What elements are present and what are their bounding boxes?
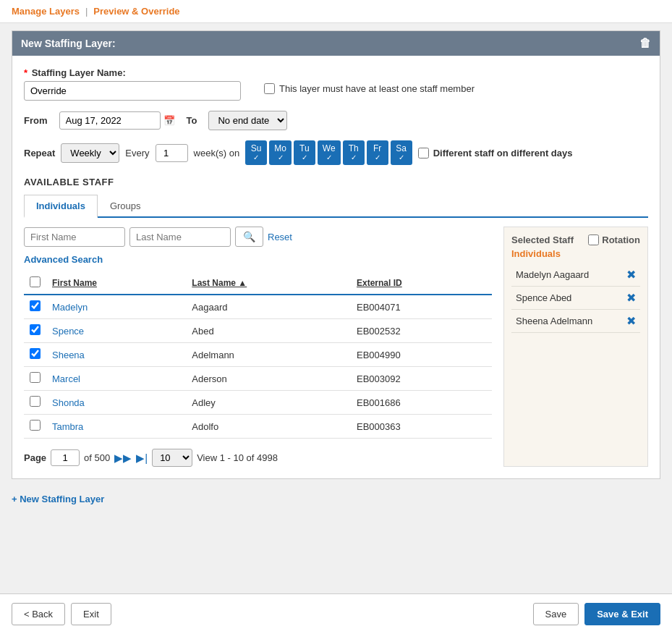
first-name-link[interactable]: Sheena xyxy=(52,350,85,360)
layer-name-row: * Staffing Layer Name: This layer must h… xyxy=(24,67,648,101)
row-checkbox[interactable] xyxy=(30,396,41,407)
first-name-link[interactable]: Tambra xyxy=(52,421,83,432)
row-checkbox-cell xyxy=(24,319,46,343)
repeat-select[interactable]: Weekly xyxy=(61,143,119,163)
diff-staff-label[interactable]: Different staff on different days xyxy=(418,148,573,158)
weeks-label: week(s) on xyxy=(194,148,240,158)
layer-name-label: * Staffing Layer Name: xyxy=(24,67,241,78)
row-checkbox[interactable] xyxy=(30,324,41,335)
layer-name-input[interactable] xyxy=(24,81,241,101)
row-last-name: Aderson xyxy=(186,367,351,391)
add-new-layer-button[interactable]: + New Staffing Layer xyxy=(12,494,104,504)
layer-name-field-group: * Staffing Layer Name: xyxy=(24,67,241,101)
per-page-select[interactable]: 10 25 50 100 xyxy=(152,449,192,467)
tab-groups[interactable]: Groups xyxy=(98,195,153,216)
repeat-label: Repeat xyxy=(24,148,55,158)
row-first-name: Shonda xyxy=(46,391,186,415)
page-input[interactable] xyxy=(51,449,80,466)
wednesday-btn[interactable]: We✓ xyxy=(318,140,341,165)
table-row: Madelyn Aagaard EB004071 xyxy=(24,295,492,319)
last-page-icon[interactable]: ▶| xyxy=(136,452,148,465)
repeat-row: Repeat Weekly Every week(s) on Su✓ Mo✓ T… xyxy=(24,140,648,165)
table-row: Spence Abed EB002532 xyxy=(24,319,492,343)
header-last-name: Last Name ▲ xyxy=(186,272,351,295)
first-name-link[interactable]: Marcel xyxy=(52,373,80,384)
friday-btn[interactable]: Fr✓ xyxy=(367,140,388,165)
rotation-checkbox[interactable] xyxy=(588,234,599,245)
from-calendar-icon[interactable]: 📅 xyxy=(163,115,175,126)
staff-table: First Name Last Name ▲ External ID Madel… xyxy=(24,272,492,439)
sort-last-name[interactable]: Last Name ▲ xyxy=(192,278,247,288)
table-header-row: First Name Last Name ▲ External ID xyxy=(24,272,492,295)
at-least-one-checkbox[interactable] xyxy=(264,83,275,94)
add-layer-row: + New Staffing Layer xyxy=(12,486,660,512)
selected-staff-name: Sheena Adelmann xyxy=(516,316,592,326)
row-last-name: Adolfo xyxy=(186,415,351,439)
no-end-date-select[interactable]: No end date xyxy=(208,111,287,130)
row-external-id: EB004990 xyxy=(351,343,492,367)
monday-btn[interactable]: Mo✓ xyxy=(269,140,292,165)
every-number-input[interactable] xyxy=(156,144,188,162)
row-checkbox[interactable] xyxy=(30,348,41,359)
manage-layers-link[interactable]: Manage Layers xyxy=(12,6,80,17)
diff-staff-checkbox[interactable] xyxy=(418,148,429,158)
date-row: From 📅 To No end date xyxy=(24,111,648,130)
first-name-link[interactable]: Spence xyxy=(52,326,84,337)
staff-tabs: Individuals Groups xyxy=(24,195,648,218)
from-date-input[interactable] xyxy=(59,111,161,130)
remove-staff-button[interactable]: ✖ xyxy=(626,291,636,305)
remove-staff-button[interactable]: ✖ xyxy=(626,268,636,282)
row-first-name: Madelyn xyxy=(46,295,186,319)
individuals-section-label: Individuals xyxy=(511,248,640,259)
sunday-btn[interactable]: Su✓ xyxy=(245,140,267,165)
staffing-layer-card: New Staffing Layer: 🗑 * Staffing Layer N… xyxy=(12,30,660,479)
selected-staff-name: Madelyn Aagaard xyxy=(516,269,589,280)
row-external-id: EB004071 xyxy=(351,295,492,319)
rotation-label[interactable]: Rotation xyxy=(588,234,640,245)
first-name-link[interactable]: Madelyn xyxy=(52,302,88,313)
tab-individuals[interactable]: Individuals xyxy=(24,195,98,218)
selected-staff-name: Spence Abed xyxy=(516,292,571,303)
row-last-name: Adley xyxy=(186,391,351,415)
remove-staff-button[interactable]: ✖ xyxy=(626,314,636,328)
from-date-wrap: 📅 xyxy=(59,111,175,130)
next-page-icon[interactable]: ▶▶ xyxy=(114,452,132,465)
reset-link[interactable]: Reset xyxy=(268,232,292,242)
preview-override-link[interactable]: Preview & Override xyxy=(93,6,179,17)
saturday-btn[interactable]: Sa✓ xyxy=(391,140,412,165)
sort-external-id[interactable]: External ID xyxy=(357,278,402,288)
row-checkbox[interactable] xyxy=(30,420,41,431)
last-name-search-input[interactable] xyxy=(129,227,231,247)
at-least-one-checkbox-group: This layer must have at least one staff … xyxy=(264,67,475,94)
to-label: To xyxy=(187,115,197,126)
sort-first-name[interactable]: First Name xyxy=(52,278,97,288)
advanced-search-link[interactable]: Advanced Search xyxy=(24,254,492,265)
row-checkbox[interactable] xyxy=(30,300,41,311)
select-all-checkbox[interactable] xyxy=(30,276,41,287)
main-content: New Staffing Layer: 🗑 * Staffing Layer N… xyxy=(0,23,672,519)
row-checkbox-cell xyxy=(24,343,46,367)
table-row: Marcel Aderson EB003092 xyxy=(24,367,492,391)
at-least-one-label[interactable]: This layer must have at least one staff … xyxy=(264,83,475,94)
table-row: Tambra Adolfo EB000363 xyxy=(24,415,492,439)
thursday-btn[interactable]: Th✓ xyxy=(343,140,365,165)
selected-staff-item: Madelyn Aagaard ✖ xyxy=(511,263,640,287)
row-first-name: Sheena xyxy=(46,343,186,367)
available-staff-title: AVAILABLE STAFF xyxy=(24,177,648,187)
row-checkbox-cell xyxy=(24,415,46,439)
top-navigation: Manage Layers | Preview & Override xyxy=(0,0,672,23)
from-label: From xyxy=(24,115,48,126)
card-title: New Staffing Layer: xyxy=(21,38,116,49)
row-first-name: Tambra xyxy=(46,415,186,439)
first-name-link[interactable]: Shonda xyxy=(52,397,85,408)
row-checkbox[interactable] xyxy=(30,372,41,383)
tuesday-btn[interactable]: Tu✓ xyxy=(294,140,315,165)
of-pages: of 500 xyxy=(84,452,110,463)
required-star: * xyxy=(24,67,27,78)
remove-icon: ✖ xyxy=(626,292,636,304)
first-name-search-input[interactable] xyxy=(24,227,125,247)
delete-layer-icon[interactable]: 🗑 xyxy=(639,37,651,50)
search-button[interactable]: 🔍 xyxy=(235,227,263,247)
nav-separator: | xyxy=(85,6,88,17)
pagination: Page of 500 ▶▶ ▶| 10 25 50 100 View xyxy=(24,449,492,467)
